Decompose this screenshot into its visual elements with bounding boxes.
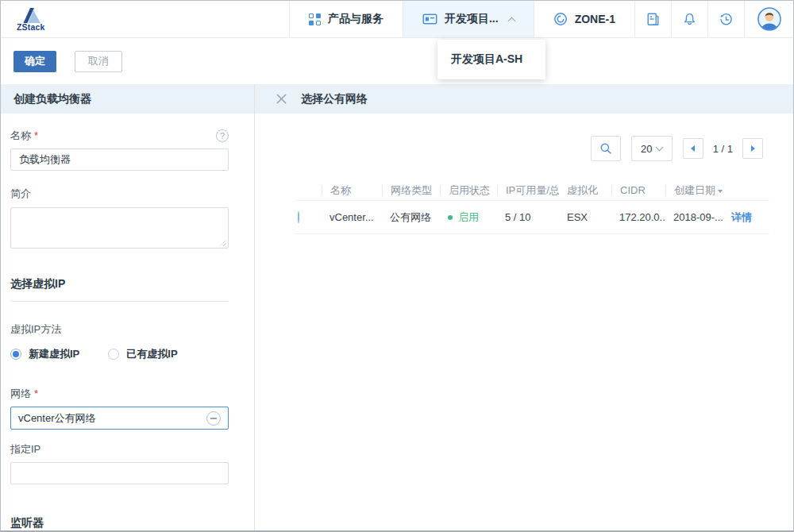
vip-method-label: 虚拟IP方法 <box>10 322 229 337</box>
notifications-button[interactable] <box>671 1 707 37</box>
sort-icon <box>718 190 723 193</box>
col-created-date[interactable]: 创建日期 <box>665 185 723 195</box>
project-dropdown: 开发项目A-SH <box>437 40 545 79</box>
description-textarea-wrap <box>10 207 229 249</box>
user-avatar-icon <box>757 6 782 32</box>
cell-network-type: 公有网络 <box>382 210 440 225</box>
network-select-field[interactable]: vCenter公有网络 <box>10 407 229 430</box>
right-panel-title: 选择公有网络 <box>301 92 368 106</box>
products-grid-icon <box>309 13 321 25</box>
select-network-panel: 选择公有网络 20 1 / 1 <box>255 84 793 531</box>
chevron-up-icon <box>507 17 515 25</box>
vip-method-radio-group: 新建虚拟IP 已有虚拟IP <box>10 347 229 361</box>
close-icon[interactable] <box>276 93 287 105</box>
network-table: 名称 网络类型 启用状态 IP可用量/总额 虚拟化 CIDR 创建日期 vCen… <box>295 180 769 234</box>
description-textarea[interactable] <box>10 207 229 249</box>
nav-products-services[interactable]: 产品与服务 <box>289 1 403 37</box>
col-virtualization: 虚拟化 <box>559 185 611 195</box>
col-ip-usage: IP可用量/总额 <box>497 185 559 195</box>
network-label: 网络 <box>10 387 31 399</box>
radio-new-vip[interactable]: 新建虚拟IP <box>10 347 79 361</box>
cell-cidr: 172.20.0... <box>611 211 665 223</box>
col-cidr: CIDR <box>611 185 665 195</box>
vip-section-title: 选择虚拟IP <box>10 277 229 302</box>
col-status: 启用状态 <box>440 185 497 195</box>
col-name: 名称 <box>322 185 382 195</box>
chevron-down-icon <box>656 143 664 151</box>
zstack-logo[interactable]: ZStack <box>1 1 45 37</box>
nav-project-switcher[interactable]: 开发项目... <box>403 1 534 37</box>
specify-ip-input[interactable] <box>10 462 229 484</box>
top-navbar: ZStack 产品与服务 开发项目... <box>1 1 793 38</box>
zstack-triangle-icon <box>21 8 41 23</box>
specify-ip-label: 指定IP <box>10 442 229 457</box>
document-icon <box>646 12 661 27</box>
required-asterisk: * <box>34 387 38 399</box>
nav-label: ZONE-1 <box>575 13 615 25</box>
next-page-button[interactable] <box>742 138 763 159</box>
app-window: ZStack 产品与服务 开发项目... <box>0 0 794 532</box>
history-clock-icon <box>719 12 734 27</box>
network-value: vCenter公有网络 <box>18 411 96 426</box>
nav-label: 产品与服务 <box>328 12 384 26</box>
logo-text: ZStack <box>17 22 45 32</box>
table-header: 名称 网络类型 启用状态 IP可用量/总额 虚拟化 CIDR 创建日期 <box>295 180 769 201</box>
radio-existing-vip[interactable]: 已有虚拟IP <box>108 347 177 361</box>
listener-section-title: 监听器 <box>10 516 229 531</box>
cell-status: 启用 <box>440 210 497 225</box>
cell-name: vCenter... <box>322 211 382 223</box>
description-label: 简介 <box>10 187 229 201</box>
help-icon[interactable]: ? <box>216 129 229 142</box>
user-avatar[interactable] <box>744 1 793 37</box>
notification-bell-icon <box>682 12 697 27</box>
nav-label: 开发项目... <box>445 12 499 26</box>
left-panel-title: 创建负载均衡器 <box>13 92 91 106</box>
right-panel-header: 选择公有网络 <box>255 84 793 114</box>
search-icon <box>599 142 612 155</box>
detail-link[interactable]: 详情 <box>723 210 771 225</box>
audit-log-button[interactable] <box>634 1 671 37</box>
radio-checked-icon <box>10 349 21 360</box>
project-card-icon <box>422 13 437 25</box>
create-lb-panel: 创建负载均衡器 名称* ? 简介 选择虚拟IP 虚拟IP方法 新建虚拟IP <box>1 84 255 531</box>
action-toolbar: 确定 取消 <box>1 38 793 84</box>
next-arrow-icon <box>751 145 755 152</box>
name-label: 名称 <box>10 129 31 141</box>
col-network-type: 网络类型 <box>382 185 440 195</box>
confirm-button[interactable]: 确定 <box>13 51 56 72</box>
cell-created-date: 2018-09-... <box>665 211 723 223</box>
required-asterisk: * <box>34 129 38 141</box>
radio-unchecked-icon <box>108 349 119 360</box>
table-row[interactable]: vCenter... 公有网络 启用 5 / 10 ESX 172.20.0..… <box>295 201 769 234</box>
create-lb-form: 名称* ? 简介 选择虚拟IP 虚拟IP方法 新建虚拟IP <box>1 114 254 531</box>
operation-history-button[interactable] <box>707 1 744 37</box>
cell-ip-usage: 5 / 10 <box>497 211 559 223</box>
prev-arrow-icon <box>691 145 695 152</box>
table-controls: 20 1 / 1 <box>255 136 763 161</box>
row-radio-checked[interactable] <box>298 211 299 223</box>
prev-page-button[interactable] <box>683 138 703 159</box>
top-nav-items: 产品与服务 开发项目... ZONE-1 <box>289 1 793 37</box>
main-content: 创建负载均衡器 名称* ? 简介 选择虚拟IP 虚拟IP方法 新建虚拟IP <box>1 84 793 531</box>
page-size-select[interactable]: 20 <box>631 136 673 161</box>
zone-gauge-icon <box>553 12 568 26</box>
left-panel-header: 创建负载均衡器 <box>1 84 254 114</box>
search-button[interactable] <box>591 136 621 161</box>
remove-minus-icon[interactable] <box>206 411 221 426</box>
cancel-button[interactable]: 取消 <box>75 51 122 72</box>
name-input[interactable] <box>10 148 229 171</box>
project-dropdown-item[interactable]: 开发项目A-SH <box>437 44 545 75</box>
page-size-value: 20 <box>641 143 652 155</box>
nav-zone-selector[interactable]: ZONE-1 <box>534 1 634 37</box>
page-indicator: 1 / 1 <box>713 143 733 155</box>
status-dot-icon <box>448 215 453 220</box>
cell-virtualization: ESX <box>559 211 611 223</box>
